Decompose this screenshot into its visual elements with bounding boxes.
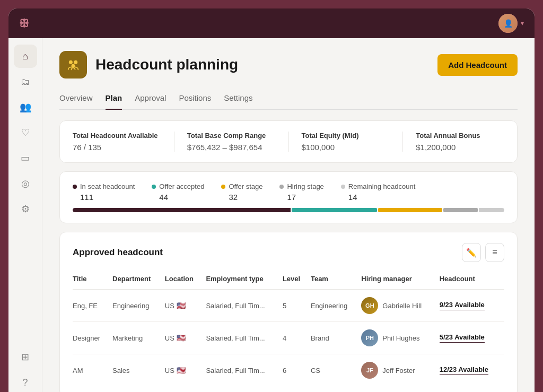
tab-overview[interactable]: Overview xyxy=(59,89,93,110)
manager-cell-2: PH Phil Hughes xyxy=(361,329,433,346)
col-level: Level xyxy=(283,271,311,290)
tab-positions[interactable]: Positions xyxy=(179,89,211,110)
avatar-phil: PH xyxy=(361,329,378,346)
in-seat-dot xyxy=(73,185,77,189)
offer-stage-value: 32 xyxy=(221,193,262,202)
remaining-value: 14 xyxy=(341,193,415,202)
row2-title: Designer xyxy=(73,322,112,354)
row3-level: 6 xyxy=(283,354,311,387)
offer-accepted-value: 44 xyxy=(152,193,204,202)
row2-headcount: 5/23 Available xyxy=(440,322,504,354)
row1-headcount: 9/23 Available xyxy=(440,290,504,322)
bar-remaining xyxy=(479,208,504,212)
sidebar-item-people[interactable]: 👥 xyxy=(14,95,37,119)
avatar-image: 👤 xyxy=(498,14,518,33)
stat-equity-label: Total Equity (Mid) xyxy=(302,132,390,140)
row3-title: AM xyxy=(73,354,112,387)
offer-accepted-dot xyxy=(152,185,156,189)
approved-headcount-title: Approved headcount xyxy=(73,247,163,258)
filter-button[interactable]: ≡ xyxy=(485,243,504,262)
manager-cell-3: JF Jeff Foster xyxy=(361,362,433,379)
legend-hiring-stage-label: Hiring stage xyxy=(279,182,323,190)
titlebar-right: 👤 ▾ xyxy=(498,14,524,33)
row2-manager: PH Phil Hughes xyxy=(361,322,439,354)
titlebar: ꕥ 👤 ▾ xyxy=(8,8,535,38)
row1-location: US 🇺🇸 xyxy=(165,290,206,322)
table-row: AM Sales US 🇺🇸 Salaried, Full Tim... 6 C… xyxy=(73,354,504,387)
add-headcount-button[interactable]: Add Headcount xyxy=(437,54,518,76)
stat-annual-bonus-value: $1,200,000 xyxy=(416,143,504,152)
col-team: Team xyxy=(311,271,361,290)
manager-avatar-3: JF xyxy=(361,362,378,379)
tab-plan[interactable]: Plan xyxy=(106,89,122,110)
col-title: Title xyxy=(73,271,112,290)
row3-manager: JF Jeff Foster xyxy=(361,354,439,387)
sidebar-item-help[interactable]: ? xyxy=(14,371,37,392)
sidebar-item-briefcase[interactable]: 🗂 xyxy=(14,70,37,93)
table-actions: ✏️ ≡ xyxy=(462,243,504,262)
edit-button[interactable]: ✏️ xyxy=(462,243,481,262)
table-header-row: Approved headcount ✏️ ≡ xyxy=(73,243,504,262)
sidebar-item-monitor[interactable]: ▭ xyxy=(14,146,37,170)
sidebar-item-grid[interactable]: ⊞ xyxy=(14,345,37,369)
stat-base-comp-label: Total Base Comp Range xyxy=(187,132,276,140)
col-employment-type: Employment type xyxy=(206,271,283,290)
row3-employment-type: Salaried, Full Tim... xyxy=(206,354,283,387)
page-header: Headcount planning Add Headcount xyxy=(59,51,518,79)
app-logo: ꕥ xyxy=(19,18,30,30)
row3-team: CS xyxy=(311,354,361,387)
remaining-dot xyxy=(341,185,345,189)
progress-bar xyxy=(73,208,504,212)
tabs-nav: Overview Plan Approval Positions Setting… xyxy=(59,89,518,110)
stat-headcount-available: Total Headcount Available 76 / 135 xyxy=(73,132,174,152)
table-row: Designer Marketing US 🇺🇸 Salaried, Full … xyxy=(73,322,504,354)
legend-offer-stage: Offer stage 32 xyxy=(221,182,262,202)
legend-offer-stage-label: Offer stage xyxy=(221,182,262,190)
row1-department: Engineering xyxy=(112,290,165,322)
user-avatar[interactable]: 👤 xyxy=(498,14,518,33)
stats-card: Total Headcount Available 76 / 135 Total… xyxy=(59,120,518,163)
bar-offer-stage xyxy=(378,208,442,212)
page-header-left: Headcount planning xyxy=(59,51,238,79)
legend-hiring-stage: Hiring stage 17 xyxy=(279,182,323,202)
sidebar-item-home[interactable]: ⌂ xyxy=(14,45,37,68)
app-window: ꕥ 👤 ▾ ⌂ 🗂 👥 ♡ ▭ ◎ ⚙ ⊞ ? xyxy=(8,8,535,392)
stat-equity-value: $100,000 xyxy=(302,143,390,152)
row3-department: Sales xyxy=(112,354,165,387)
offer-stage-dot xyxy=(221,185,225,189)
col-location: Location xyxy=(165,271,206,290)
avatar-gabrielle: GH xyxy=(361,297,378,314)
manager-cell-1: GH Gabrielle Hill xyxy=(361,297,433,314)
sidebar-item-dollar[interactable]: ◎ xyxy=(14,172,37,195)
row2-location: US 🇺🇸 xyxy=(165,322,206,354)
bar-legend: In seat headcount 111 Offer accepted 44 xyxy=(73,182,504,202)
sidebar-item-heart[interactable]: ♡ xyxy=(14,121,37,144)
chevron-down-icon[interactable]: ▾ xyxy=(521,20,524,27)
row1-title: Eng, FE xyxy=(73,290,112,322)
main-layout: ⌂ 🗂 👥 ♡ ▭ ◎ ⚙ ⊞ ? xyxy=(8,38,535,392)
tab-approval[interactable]: Approval xyxy=(135,89,166,110)
row2-department: Marketing xyxy=(112,322,165,354)
stat-headcount-value: 76 / 135 xyxy=(73,143,161,152)
col-department: Department xyxy=(112,271,165,290)
manager-avatar-2: PH xyxy=(361,329,378,346)
sidebar-item-settings[interactable]: ⚙ xyxy=(14,197,37,221)
stat-annual-bonus: Total Annual Bonus $1,200,000 xyxy=(416,132,504,152)
sidebar: ⌂ 🗂 👥 ♡ ▭ ◎ ⚙ ⊞ ? xyxy=(8,38,42,392)
avatar-jeff: JF xyxy=(361,362,378,379)
row3-headcount: 12/23 Available xyxy=(440,354,504,387)
headcount-value-3: 12/23 Available xyxy=(440,365,488,375)
table-head: Title Department Location Employment typ… xyxy=(73,271,504,290)
table-body: Eng, FE Engineering US 🇺🇸 Salaried, Full… xyxy=(73,290,504,387)
in-seat-value: 111 xyxy=(73,193,135,202)
legend-remaining-label: Remaining headcount xyxy=(341,182,415,190)
page-title: Headcount planning xyxy=(95,56,238,73)
col-headcount: Headcount xyxy=(440,271,504,290)
page-icon xyxy=(59,51,87,79)
hiring-stage-dot xyxy=(279,185,284,189)
tab-settings[interactable]: Settings xyxy=(224,89,252,110)
approved-headcount-table: Title Department Location Employment typ… xyxy=(73,271,504,386)
headcount-value-1: 9/23 Available xyxy=(440,301,485,310)
legend-remaining: Remaining headcount 14 xyxy=(341,182,415,202)
stat-annual-bonus-label: Total Annual Bonus xyxy=(416,132,504,140)
